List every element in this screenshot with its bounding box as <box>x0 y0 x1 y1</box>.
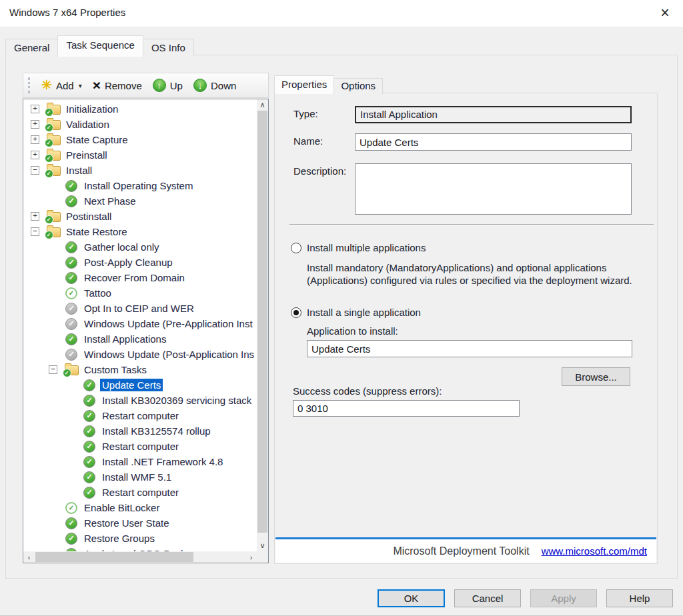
horizontal-scroll-thumb[interactable] <box>35 552 193 562</box>
scroll-left-button[interactable]: ‹ <box>23 551 35 563</box>
scroll-down-button[interactable]: ∨ <box>257 540 268 551</box>
tree-item-label-selected[interactable]: Update Certs <box>100 379 163 391</box>
tree-item-label[interactable]: Post-Apply Cleanup <box>82 256 175 269</box>
tree-item-label[interactable]: Recover From Domain <box>82 271 187 284</box>
add-starburst-icon: ✳ <box>41 79 52 91</box>
name-field[interactable] <box>355 133 632 151</box>
tab-task-sequence[interactable]: Task Sequence <box>57 35 143 57</box>
tab-general[interactable]: General <box>5 39 58 57</box>
tree-row: ✓Install Operating System <box>23 178 257 193</box>
expand-toggle-icon[interactable]: + <box>31 151 39 159</box>
tree-row: −State Restore <box>23 224 257 239</box>
tree-icon-cell: ✓ <box>64 533 79 545</box>
cancel-button[interactable]: Cancel <box>454 589 521 607</box>
install-multiple-radio[interactable] <box>291 243 301 253</box>
tree-row: +Initialization <box>23 101 257 117</box>
browse-button[interactable]: Browse... <box>562 367 630 386</box>
tree-row: ✓Restart computer <box>23 408 257 423</box>
close-button[interactable]: × <box>650 1 680 24</box>
tree-item-label[interactable]: Enable BitLocker <box>82 501 161 514</box>
tree-icon-cell: ✓ <box>82 441 97 453</box>
tree-item-label[interactable]: Restore Groups <box>82 532 157 545</box>
tab-properties[interactable]: Properties <box>274 75 334 94</box>
tree-item-label[interactable]: Windows Update (Post-Application Ins <box>82 348 256 361</box>
collapse-toggle-icon[interactable]: − <box>31 166 39 175</box>
apply-button[interactable]: Apply <box>530 589 597 607</box>
vertical-scroll-thumb[interactable] <box>257 111 267 533</box>
step-enabled-check-icon: ✓ <box>65 533 77 545</box>
tree-item-label[interactable]: Restore User State <box>82 517 171 529</box>
close-icon: × <box>660 4 669 21</box>
tree-item-label[interactable]: Restart computer <box>100 409 181 422</box>
tree-item-label[interactable]: State Restore <box>64 225 129 238</box>
tree-item-label[interactable]: State Capture <box>64 133 130 146</box>
tree-item-label[interactable]: Install KB3125574 rollup <box>100 425 213 437</box>
step-enabled-check-icon: ✓ <box>83 471 95 483</box>
horizontal-scrollbar[interactable]: ‹ › <box>23 551 257 563</box>
tree-icon-cell <box>46 134 61 145</box>
remove-button[interactable]: × Remove <box>87 77 147 94</box>
tree-item-label[interactable]: Install KB3020369 servicing stack <box>100 394 253 407</box>
scroll-right-button[interactable]: › <box>245 551 257 563</box>
application-to-install-input[interactable] <box>307 340 632 357</box>
install-single-radio[interactable] <box>291 307 301 318</box>
down-button[interactable]: ↓ Down <box>188 76 241 95</box>
step-enabled-check-icon: ✓ <box>83 456 95 468</box>
name-label: Name: <box>293 135 323 147</box>
tree-item-label[interactable]: Tattoo <box>82 287 113 299</box>
collapse-toggle-icon[interactable]: − <box>31 227 39 236</box>
tree-item-label[interactable]: Restart computer <box>100 440 181 453</box>
tree-item-label[interactable]: Custom Tasks <box>82 363 149 376</box>
description-label: Description: <box>293 165 346 177</box>
ok-button[interactable]: OK <box>378 589 445 607</box>
tab-options[interactable]: Options <box>333 78 383 94</box>
tree-item-label[interactable]: Opt In to CEIP and WER <box>82 302 196 315</box>
help-button[interactable]: Help <box>606 589 673 607</box>
tree-item-label[interactable]: Install Operating System <box>82 179 195 192</box>
step-disabled-check-icon: ✓ <box>65 349 77 361</box>
tree-icon-cell: ✓ <box>64 349 79 361</box>
expand-toggle-icon[interactable]: + <box>31 120 39 129</box>
tree-item-label[interactable]: Gather local only <box>82 241 161 253</box>
tree-item-label[interactable]: Install .NET Framework 4.8 <box>100 455 225 468</box>
tree-item-label[interactable]: Next Phase <box>82 195 138 207</box>
expand-toggle-icon[interactable]: + <box>31 105 39 113</box>
tree-item-label[interactable]: Install WMF 5.1 <box>100 471 173 483</box>
tab-os-info[interactable]: OS Info <box>143 39 194 57</box>
install-single-label[interactable]: Install a single application <box>307 307 421 318</box>
task-sequence-tree[interactable]: +Initialization+Validation+State Capture… <box>23 99 269 563</box>
up-arrow-icon: ↑ <box>153 79 166 92</box>
tree-item-label[interactable]: Install Applications <box>82 333 168 345</box>
tree-item-label[interactable]: Preinstall <box>64 149 109 161</box>
tree-item-label[interactable]: Restart computer <box>100 486 181 499</box>
add-button[interactable]: ✳ Add ▾ <box>36 77 87 94</box>
mdt-website-link[interactable]: www.microsoft.com/mdt <box>542 545 647 557</box>
step-enabled-check-icon: ✓ <box>65 333 77 345</box>
folder-group-icon <box>47 105 61 115</box>
tree-item-label[interactable]: Initialization <box>64 103 120 115</box>
tree-icon-cell <box>46 149 61 161</box>
description-field[interactable] <box>355 163 632 215</box>
scroll-up-button[interactable]: ∧ <box>257 99 268 111</box>
tree-item-label[interactable]: Install <box>64 164 94 177</box>
step-enabled-check-icon: ✓ <box>83 487 95 499</box>
expand-toggle-icon[interactable]: + <box>31 212 39 221</box>
type-label: Type: <box>293 108 318 119</box>
tree-item-label[interactable]: Validation <box>64 118 111 131</box>
tree-item-label[interactable]: Windows Update (Pre-Application Inst <box>82 317 255 330</box>
tree-icon-cell: ✓ <box>64 257 79 269</box>
expand-toggle-icon[interactable]: + <box>31 135 39 144</box>
tree-icon-cell: ✓ <box>64 180 79 192</box>
success-codes-input[interactable] <box>293 400 520 417</box>
step-enabled-check-icon: ✓ <box>65 241 77 253</box>
install-multiple-label[interactable]: Install multiple applications <box>307 242 426 253</box>
tree-item-label[interactable]: Postinstall <box>64 210 113 223</box>
tree-row: ✓Install KB3020369 servicing stack <box>23 393 257 408</box>
folder-group-icon <box>47 166 61 176</box>
collapse-toggle-icon[interactable]: − <box>49 365 57 374</box>
up-button[interactable]: ↑ Up <box>147 76 188 95</box>
task-sequence-page: ✳ Add ▾ × Remove ↑ Up ↓ Down +Initializa… <box>5 55 678 579</box>
tree-row: ✓Apply Local GPO Pack <box>23 546 257 551</box>
remove-label: Remove <box>105 80 142 91</box>
vertical-scrollbar[interactable]: ∧ ∨ <box>257 99 268 551</box>
